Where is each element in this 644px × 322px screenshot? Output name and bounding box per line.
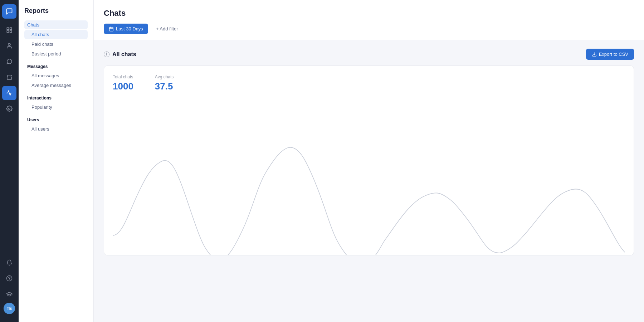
help-nav-icon[interactable] xyxy=(2,271,16,286)
sidebar-item-busiest-period[interactable]: Busiest period xyxy=(24,49,88,58)
avg-chats-stat: Avg chats 37.5 xyxy=(155,74,174,92)
chart-container xyxy=(113,98,625,255)
total-chats-value: 1000 xyxy=(113,81,133,92)
svg-rect-8 xyxy=(109,27,113,31)
user-avatar[interactable]: TE xyxy=(4,303,15,314)
content-area: i All chats Export to CSV Total chats 10… xyxy=(94,40,644,322)
sidebar-section-users: Users xyxy=(27,117,88,122)
avatar-initials: TE xyxy=(7,306,12,311)
export-csv-button[interactable]: Export to CSV xyxy=(586,49,634,60)
svg-rect-0 xyxy=(7,28,9,29)
page-header: Chats Last 30 Days + Add filter xyxy=(94,0,644,40)
sidebar-item-all-chats[interactable]: All chats xyxy=(24,30,88,39)
sidebar-item-all-messages[interactable]: All messages xyxy=(24,71,88,80)
avg-chats-value: 37.5 xyxy=(155,81,174,92)
section-title: All chats xyxy=(112,51,136,58)
bell-nav-icon[interactable] xyxy=(2,255,16,270)
avg-chats-label: Avg chats xyxy=(155,74,174,79)
sidebar-item-average-messages[interactable]: Average messages xyxy=(24,81,88,90)
svg-rect-2 xyxy=(10,31,12,33)
chart-stats: Total chats 1000 Avg chats 37.5 xyxy=(113,74,625,92)
sidebar-item-chats[interactable]: Chats xyxy=(24,20,88,29)
svg-rect-3 xyxy=(7,31,9,33)
sidebar-section-messages: Messages xyxy=(27,64,88,69)
add-filter-label: + Add filter xyxy=(156,26,178,31)
sidebar-title: Reports xyxy=(24,7,88,15)
section-title-row: i All chats xyxy=(104,51,136,58)
home-nav-icon[interactable] xyxy=(2,23,16,37)
chart-card: Total chats 1000 Avg chats 37.5 xyxy=(104,65,634,255)
add-filter-button[interactable]: + Add filter xyxy=(152,24,182,34)
last-30-days-button[interactable]: Last 30 Days xyxy=(104,24,148,34)
sidebar-item-paid-chats[interactable]: Paid chats xyxy=(24,40,88,49)
info-icon: i xyxy=(104,52,109,57)
calendar-icon xyxy=(109,26,114,31)
chat-bubble-nav-icon[interactable] xyxy=(2,4,16,19)
total-chats-label: Total chats xyxy=(113,74,133,79)
svg-point-4 xyxy=(8,43,10,45)
academy-nav-icon[interactable] xyxy=(2,287,16,301)
gear-nav-icon[interactable] xyxy=(2,102,16,116)
export-icon xyxy=(592,52,597,57)
messages-nav-icon[interactable] xyxy=(2,54,16,69)
section-header: i All chats Export to CSV xyxy=(104,49,634,60)
filter-bar: Last 30 Days + Add filter xyxy=(104,24,634,34)
sidebar-section-interactions: Interactions xyxy=(27,96,88,101)
contacts-nav-icon[interactable] xyxy=(2,39,16,53)
sidebar: Reports Chats All chats Paid chats Busie… xyxy=(19,0,94,322)
sidebar-item-all-users[interactable]: All users xyxy=(24,125,88,133)
tickets-nav-icon[interactable] xyxy=(2,70,16,84)
page-title: Chats xyxy=(104,9,634,18)
chart-svg xyxy=(113,98,625,255)
filter-label: Last 30 Days xyxy=(116,26,143,31)
total-chats-stat: Total chats 1000 xyxy=(113,74,133,92)
reports-nav-icon[interactable] xyxy=(2,86,16,100)
export-label: Export to CSV xyxy=(599,52,628,57)
svg-rect-1 xyxy=(10,28,12,29)
sidebar-item-popularity[interactable]: Popularity xyxy=(24,103,88,112)
chart-line xyxy=(113,147,625,255)
main-content: Chats Last 30 Days + Add filter i xyxy=(94,0,644,322)
icon-nav: TE xyxy=(0,0,19,322)
svg-point-5 xyxy=(9,108,10,110)
